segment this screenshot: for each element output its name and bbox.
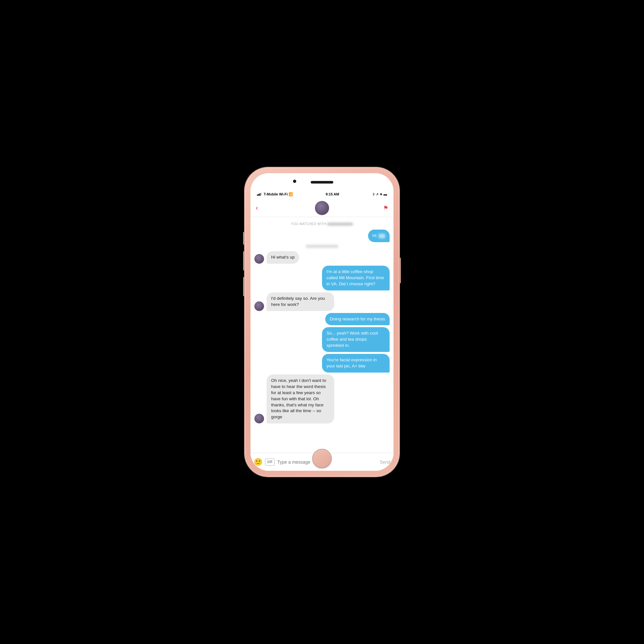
status-right: ☽ ↗ ✳ ▬ — [372, 192, 387, 196]
back-button[interactable]: ‹ — [256, 204, 258, 212]
wifi-icon: 📶 — [289, 192, 293, 196]
earpiece-speaker — [311, 181, 333, 184]
other-user-avatar — [254, 301, 264, 311]
signal-bars-icon — [257, 193, 262, 196]
message-row: I'm at a little coffee shop called Mil M… — [254, 266, 390, 290]
volume-mute-button — [243, 232, 245, 245]
moon-icon: ☽ — [372, 193, 374, 196]
match-avatar[interactable] — [315, 201, 329, 215]
battery-icon: ▬ — [384, 192, 387, 196]
message-bubble-sent: So... yeah? Work with cool coffee and te… — [322, 327, 390, 352]
send-button[interactable]: Send — [380, 459, 390, 465]
location-icon: ↗ — [376, 193, 378, 196]
name-blur — [379, 234, 385, 238]
status-bar: T-Mobile Wi-Fi 📶 9:15 AM ☽ ↗ ✳ ▬ — [251, 189, 393, 199]
match-notice: YOU MATCHED WITH — [254, 222, 390, 226]
phone-top-bar — [251, 173, 393, 189]
message-row: Hi what's up — [254, 251, 390, 264]
status-left: T-Mobile Wi-Fi 📶 — [257, 192, 293, 196]
signal-bar-4 — [261, 193, 262, 196]
carrier-label: T-Mobile Wi-Fi — [264, 192, 288, 196]
volume-down-button — [243, 277, 245, 296]
emoji-button[interactable]: 🙂 — [254, 458, 262, 466]
message-bubble-received: Hi what's up — [267, 251, 299, 264]
power-button — [399, 258, 401, 283]
timestamp-blur — [306, 245, 338, 248]
phone-body: T-Mobile Wi-Fi 📶 9:15 AM ☽ ↗ ✳ ▬ ‹ ⚑ — [245, 167, 399, 477]
status-time: 9:15 AM — [326, 192, 339, 196]
report-flag-button[interactable]: ⚑ — [383, 204, 388, 212]
signal-bar-2 — [258, 194, 259, 196]
message-bubble-sent: Hi — [368, 230, 390, 242]
phone-screen: T-Mobile Wi-Fi 📶 9:15 AM ☽ ↗ ✳ ▬ ‹ ⚑ — [251, 173, 393, 471]
message-bubble-received: I'd definitely say so. Are you here for … — [267, 292, 334, 311]
message-row: Doing research for my thesis — [254, 313, 390, 326]
message-row: Hi — [254, 230, 390, 242]
message-row: Oh nice, yeah I don't want to have to he… — [254, 374, 390, 423]
other-user-avatar — [254, 254, 264, 264]
message-bubble-sent: I'm at a little coffee shop called Mil M… — [322, 266, 390, 290]
match-name-blurred — [327, 223, 353, 226]
gif-button[interactable]: GIF — [265, 459, 275, 466]
signal-bar-3 — [260, 193, 260, 196]
volume-up-button — [243, 251, 245, 270]
bluetooth-icon: ✳ — [380, 193, 382, 196]
message-bubble-sent: Doing research for my thesis — [325, 313, 390, 326]
message-row: You're facial expression in your last pi… — [254, 354, 390, 373]
messages-area[interactable]: YOU MATCHED WITH Hi Hi what's up — [251, 217, 393, 453]
signal-bar-1 — [257, 194, 258, 196]
chat-header: ‹ ⚑ — [251, 199, 393, 217]
message-bubble-sent: You're facial expression in your last pi… — [322, 354, 390, 373]
front-camera — [293, 180, 296, 183]
message-row: I'd definitely say so. Are you here for … — [254, 292, 390, 311]
phone-device: T-Mobile Wi-Fi 📶 9:15 AM ☽ ↗ ✳ ▬ ‹ ⚑ — [245, 167, 399, 477]
timestamp — [254, 245, 390, 249]
message-row: So... yeah? Work with cool coffee and te… — [254, 327, 390, 352]
home-button-area — [312, 449, 332, 468]
other-user-avatar — [254, 414, 264, 423]
message-bubble-received: Oh nice, yeah I don't want to have to he… — [267, 374, 334, 423]
home-button[interactable] — [312, 449, 332, 468]
